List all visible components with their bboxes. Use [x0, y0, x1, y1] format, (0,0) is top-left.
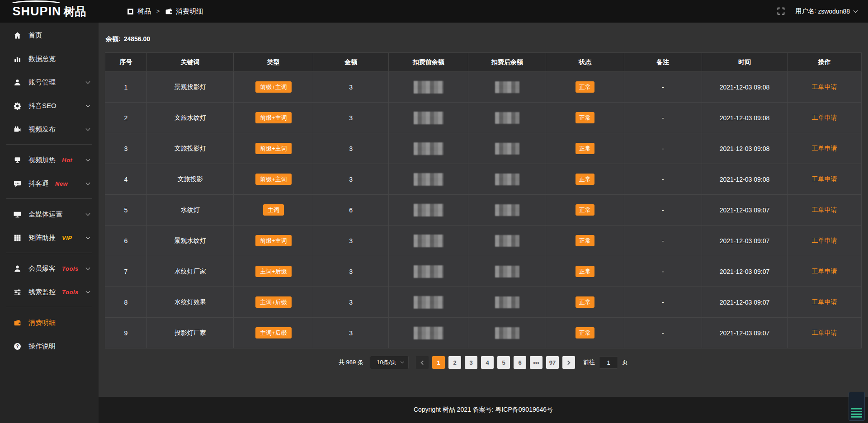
user-menu[interactable]: 用户名: zswodun88: [795, 7, 857, 15]
arrow-left-icon: [421, 360, 425, 365]
cell-keyword: 投影灯厂家: [147, 318, 234, 348]
work-order-link[interactable]: 工单申请: [811, 237, 837, 244]
pagination-goto: 前往 页: [583, 356, 628, 369]
cell-action[interactable]: 工单申请: [787, 226, 861, 256]
sidebar-item-operation-guide[interactable]: ?操作说明: [0, 334, 99, 358]
redacted-value: [414, 265, 443, 278]
breadcrumb-item-consumption-detail[interactable]: 消费明细: [165, 7, 203, 16]
chevron-down-icon: [86, 79, 90, 84]
pagination-page-4[interactable]: 4: [481, 356, 494, 369]
sidebar-item-video-publish[interactable]: 视频发布: [0, 118, 99, 141]
cell-balance-after: [468, 256, 546, 287]
sidebar-item-douketong[interactable]: 抖客通New: [0, 172, 99, 195]
goto-label: 前往: [583, 358, 595, 367]
chevron-down-icon: [86, 180, 90, 185]
heat-icon: [14, 156, 22, 164]
pagination-page-6[interactable]: 6: [514, 356, 526, 369]
logo[interactable]: SHUPIN 树品: [0, 0, 99, 23]
redacted-value: [495, 235, 519, 247]
type-badge: 主词+后缀: [255, 266, 292, 277]
work-order-link[interactable]: 工单申请: [811, 298, 837, 306]
cell-time: 2021-12-03 09:07: [702, 287, 787, 318]
sidebar-item-matrix-boost[interactable]: 矩阵助推VIP: [0, 226, 99, 249]
cell-amount: 3: [313, 226, 389, 256]
cell-action[interactable]: 工单申请: [787, 164, 861, 195]
sidebar-item-douyin-seo[interactable]: 抖音SEO: [0, 94, 99, 118]
cell-action[interactable]: 工单申请: [787, 103, 861, 133]
work-order-link[interactable]: 工单申请: [811, 175, 837, 183]
cell-remark: -: [624, 133, 702, 164]
pagination-prev-button[interactable]: [416, 356, 429, 369]
work-order-link[interactable]: 工单申请: [811, 329, 837, 336]
cell-balance-after: [468, 226, 546, 256]
sidebar-item-consumption-detail[interactable]: 消费明细: [0, 311, 99, 334]
sidebar-item-badge: Tools: [62, 289, 79, 296]
username-label: 用户名:: [795, 7, 816, 15]
cell-balance-before: [389, 256, 468, 287]
cell-remark: -: [624, 103, 702, 133]
work-order-link[interactable]: 工单申请: [811, 206, 837, 213]
work-order-link[interactable]: 工单申请: [811, 114, 837, 121]
column-header: 金额: [313, 53, 389, 72]
column-header: 关键词: [147, 53, 234, 72]
sidebar-item-home[interactable]: 首页: [0, 24, 99, 47]
work-order-link[interactable]: 工单申请: [811, 83, 837, 90]
work-order-link[interactable]: 工单申请: [811, 268, 837, 275]
page-size-select[interactable]: 10条/页: [370, 356, 409, 369]
main-content: 余额: 24856.00 序号关键词类型金额扣费前余额扣费后余额状态备注时间操作…: [99, 23, 868, 423]
breadcrumb-item-shupin[interactable]: 树品: [127, 7, 151, 16]
work-order-link[interactable]: 工单申请: [811, 145, 837, 152]
pagination-next-button[interactable]: [562, 356, 575, 369]
sidebar-item-account-management[interactable]: 账号管理: [0, 70, 99, 94]
cell-action[interactable]: 工单申请: [787, 256, 861, 287]
cell-amount: 3: [313, 256, 389, 287]
pagination-page-1[interactable]: 1: [432, 356, 445, 369]
cell-action[interactable]: 工单申请: [787, 133, 861, 164]
chat-icon: [14, 180, 22, 188]
cell-status: 正常: [546, 318, 624, 348]
cell-remark: -: [624, 195, 702, 226]
cell-serial: 6: [105, 226, 147, 256]
sidebar-item-data-overview[interactable]: 数据总览: [0, 47, 99, 70]
corner-widget[interactable]: [849, 392, 865, 421]
cell-action[interactable]: 工单申请: [787, 195, 861, 226]
column-header: 备注: [624, 53, 702, 72]
sidebar-item-member-baoke[interactable]: 会员爆客Tools: [0, 257, 99, 280]
type-badge: 前缀+主词: [255, 112, 292, 123]
cell-keyword: 水纹灯厂家: [147, 256, 234, 287]
pagination-page-2[interactable]: 2: [448, 356, 461, 369]
table-row: 8水纹灯效果主词+后缀3正常-2021-12-03 09:07工单申请: [105, 287, 862, 318]
sidebar-divider: [6, 198, 92, 199]
redacted-value: [414, 112, 443, 124]
cell-status: 正常: [546, 256, 624, 287]
goto-page-input[interactable]: [599, 356, 618, 369]
fullscreen-icon[interactable]: [777, 7, 785, 15]
cell-status: 正常: [546, 103, 624, 133]
cell-keyword: 文旅投影灯: [147, 133, 234, 164]
pagination-page-97[interactable]: 97: [546, 356, 559, 369]
redacted-value: [495, 81, 519, 93]
cell-action[interactable]: 工单申请: [787, 72, 861, 103]
pagination-page-3[interactable]: 3: [465, 356, 477, 369]
pagination-page-5[interactable]: 5: [497, 356, 510, 369]
wallet-icon: [165, 8, 173, 15]
chevron-down-icon: [86, 235, 90, 239]
consumption-table: 序号关键词类型金额扣费前余额扣费后余额状态备注时间操作 1景观投影灯前缀+主词3…: [105, 52, 862, 348]
cell-type: 前缀+主词: [234, 164, 313, 195]
cell-action[interactable]: 工单申请: [787, 287, 861, 318]
column-header: 序号: [105, 53, 147, 72]
balance-label: 余额:: [106, 35, 121, 43]
status-badge: 正常: [576, 235, 594, 246]
sidebar-item-lead-monitor[interactable]: 线索监控Tools: [0, 280, 99, 304]
chevron-down-icon: [854, 8, 858, 13]
wallet-icon: [14, 319, 22, 327]
pagination-ellipsis[interactable]: •••: [530, 356, 542, 369]
sidebar-item-all-media-operation[interactable]: 全媒体运营: [0, 202, 99, 226]
redacted-value: [495, 143, 519, 155]
cell-serial: 8: [105, 287, 147, 318]
table-row: 5水纹灯主词6正常-2021-12-03 09:07工单申请: [105, 195, 862, 226]
cell-amount: 6: [313, 195, 389, 226]
cell-action[interactable]: 工单申请: [787, 318, 861, 348]
sidebar-item-video-heating[interactable]: 视频加热Hot: [0, 148, 99, 172]
table-row: 9投影灯厂家主词+后缀3正常-2021-12-03 09:07工单申请: [105, 318, 862, 348]
